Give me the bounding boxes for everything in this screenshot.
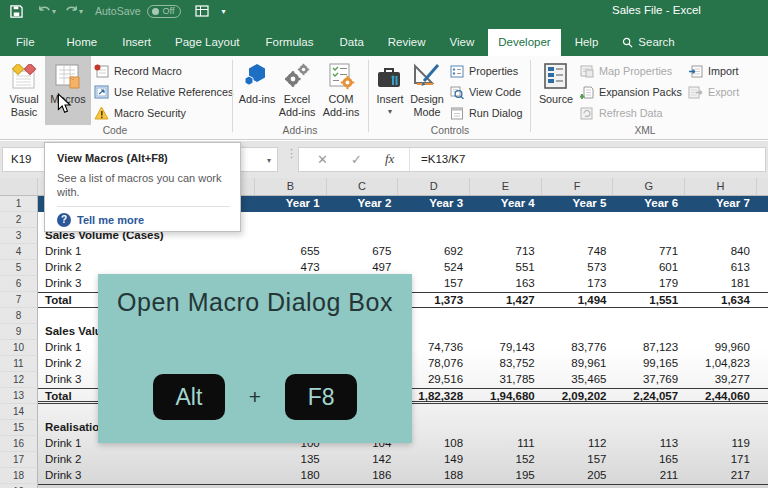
row-number[interactable]: 8 <box>0 308 38 324</box>
value-cell[interactable] <box>470 404 542 420</box>
formula-bar-handle[interactable]: ⋮ <box>286 150 297 156</box>
value-cell[interactable]: 149 <box>398 452 470 468</box>
value-cell[interactable] <box>685 308 757 324</box>
row-number[interactable]: 18 <box>0 468 38 484</box>
value-cell[interactable] <box>613 308 685 324</box>
value-cell[interactable]: 1,634 <box>685 293 757 307</box>
value-cell[interactable]: 840 <box>685 244 757 260</box>
value-cell[interactable]: 83,752 <box>470 356 542 372</box>
value-cell[interactable]: 113 <box>613 436 685 452</box>
value-cell[interactable]: 152 <box>470 452 542 468</box>
select-all-corner[interactable] <box>0 178 38 195</box>
value-cell[interactable]: 112 <box>542 436 614 452</box>
value-cell[interactable] <box>613 212 685 228</box>
tab-data[interactable]: Data <box>330 29 374 56</box>
value-cell[interactable] <box>398 228 470 244</box>
column-header-d[interactable]: D <box>398 178 470 195</box>
value-cell[interactable]: 1,04,823 <box>685 356 757 372</box>
row-number[interactable]: 19 <box>0 484 38 488</box>
value-cell[interactable]: 205 <box>542 468 614 484</box>
value-cell[interactable]: 188 <box>398 468 470 484</box>
column-header-h[interactable]: H <box>685 178 757 195</box>
value-cell[interactable]: 142 <box>327 452 399 468</box>
value-cell[interactable]: 165 <box>613 452 685 468</box>
row-number[interactable]: 11 <box>0 356 38 372</box>
value-cell[interactable] <box>327 212 399 228</box>
value-cell[interactable] <box>470 420 542 436</box>
map-properties-button[interactable]: Map Properties <box>580 62 672 80</box>
row-number[interactable]: 9 <box>0 324 38 340</box>
use-relative-references-button[interactable]: Use Relative References <box>94 83 233 101</box>
com-add-ins-button[interactable]: COM Add-ins <box>318 58 364 124</box>
tab-search[interactable]: Search <box>612 29 684 56</box>
macro-security-button[interactable]: Macro Security <box>94 104 186 122</box>
value-cell[interactable]: 35,465 <box>542 372 614 388</box>
value-cell[interactable] <box>470 324 542 340</box>
design-mode-button[interactable]: Design Mode <box>407 58 447 124</box>
cancel-icon[interactable]: ✕ <box>317 152 328 167</box>
value-cell[interactable] <box>685 228 757 244</box>
source-button[interactable]: Source <box>536 58 576 124</box>
value-cell[interactable] <box>613 404 685 420</box>
row-number[interactable]: 7 <box>0 292 38 308</box>
row-number[interactable]: 5 <box>0 260 38 276</box>
value-cell[interactable] <box>542 228 614 244</box>
row-number[interactable]: 4 <box>0 244 38 260</box>
value-cell[interactable] <box>470 212 542 228</box>
value-cell[interactable] <box>255 212 327 228</box>
visual-basic-button[interactable]: Visual Basic <box>4 58 44 124</box>
save-icon[interactable] <box>10 5 23 18</box>
value-cell[interactable]: 157 <box>542 452 614 468</box>
value-cell[interactable]: 771 <box>613 244 685 260</box>
value-cell[interactable] <box>327 228 399 244</box>
tab-help[interactable]: Help <box>565 29 609 56</box>
value-cell[interactable]: 135 <box>255 452 327 468</box>
expansion-packs-button[interactable]: Expansion Packs <box>580 83 682 101</box>
tab-review[interactable]: Review <box>378 29 436 56</box>
value-cell[interactable] <box>470 308 542 324</box>
value-cell[interactable]: 675 <box>327 244 399 260</box>
excel-add-ins-button[interactable]: Excel Add-ins <box>276 58 318 124</box>
value-cell[interactable] <box>398 212 470 228</box>
row-label-cell[interactable]: Drink 2 <box>38 452 255 468</box>
value-cell[interactable] <box>255 228 327 244</box>
value-cell[interactable]: 655 <box>255 244 327 260</box>
value-cell[interactable]: 692 <box>398 244 470 260</box>
add-ins-button[interactable]: Add-ins <box>238 58 276 124</box>
value-cell[interactable]: 1,551 <box>613 293 685 307</box>
value-cell[interactable]: 613 <box>685 260 757 276</box>
column-header-g[interactable]: G <box>613 178 685 195</box>
value-cell[interactable]: 211 <box>613 468 685 484</box>
value-cell[interactable]: 37,769 <box>613 372 685 388</box>
row-label-cell[interactable]: Drink 3 <box>38 468 255 484</box>
tab-page-layout[interactable]: Page Layout <box>165 29 250 56</box>
value-cell[interactable]: 180 <box>255 468 327 484</box>
column-header-c[interactable]: C <box>327 178 399 195</box>
name-box-caret[interactable]: ▾ <box>267 156 271 165</box>
sheet-row-19[interactable]: 19Blended Realisation1291311331361401441… <box>0 484 768 488</box>
value-cell[interactable]: 111 <box>470 436 542 452</box>
redo-icon[interactable]: ▾ <box>64 5 83 17</box>
value-cell[interactable]: 2,24,057 <box>613 389 685 401</box>
value-cell[interactable] <box>613 324 685 340</box>
autosave-toggle[interactable]: Off <box>147 5 182 18</box>
tell-me-more-link[interactable]: ? Tell me more <box>57 213 230 227</box>
export-button[interactable]: Export <box>688 83 739 101</box>
value-cell[interactable]: 217 <box>685 468 757 484</box>
value-cell[interactable]: 573 <box>542 260 614 276</box>
value-cell[interactable]: 748 <box>542 244 614 260</box>
value-cell[interactable] <box>613 420 685 436</box>
tab-file[interactable]: File <box>6 29 45 56</box>
undo-icon[interactable]: ▾ <box>37 5 56 17</box>
formula-text[interactable]: =K13/K7 <box>421 153 465 165</box>
value-cell[interactable]: 181 <box>685 276 757 292</box>
value-cell[interactable] <box>542 212 614 228</box>
value-cell[interactable] <box>613 228 685 244</box>
value-cell[interactable] <box>542 308 614 324</box>
value-cell[interactable]: 119 <box>685 436 757 452</box>
column-header-f[interactable]: F <box>542 178 614 195</box>
value-cell[interactable]: 163 <box>470 276 542 292</box>
value-cell[interactable]: 99,960 <box>685 340 757 356</box>
value-cell[interactable]: 2,44,060 <box>685 389 757 401</box>
value-cell[interactable] <box>685 212 757 228</box>
